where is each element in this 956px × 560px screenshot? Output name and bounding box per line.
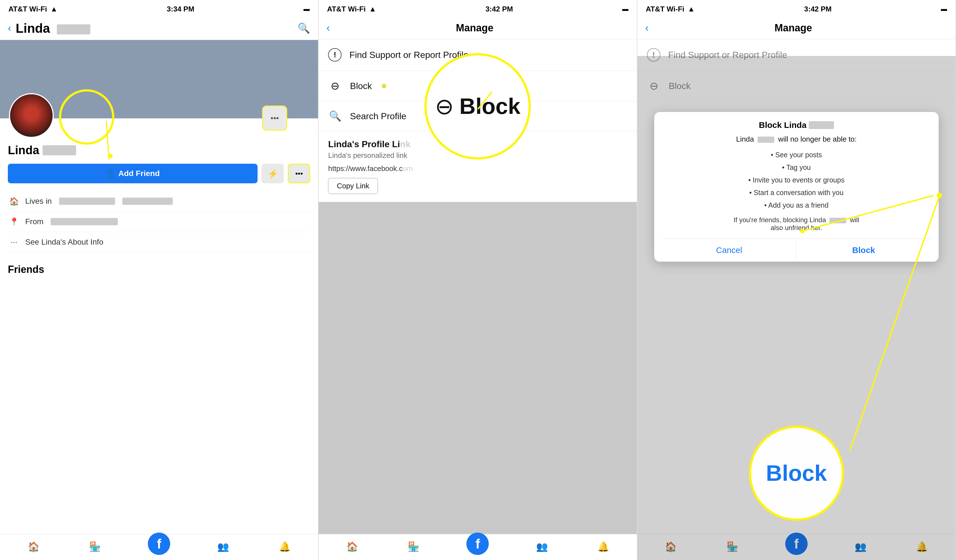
dialog-restrictions: • See your posts • Tag you • Invite you … (662, 149, 931, 212)
profile-picture (9, 93, 54, 138)
battery-2: ▬ (622, 5, 629, 13)
profile-name: Linda (8, 144, 310, 157)
hometown-blurred (51, 218, 118, 225)
time-3: 3:42 PM (804, 5, 832, 13)
city2-blurred (122, 198, 173, 205)
search-label-menu: Search Profile (350, 111, 406, 121)
back-button-2[interactable]: ‹ (326, 22, 330, 34)
battery-icon-1: ▬ (303, 5, 310, 13)
panel-profile: AT&T Wi-Fi ▲ 3:34 PM ▬ ‹ Linda 🔍 ••• (0, 0, 319, 560)
tab-notifications-2[interactable]: 🔔 (595, 540, 612, 554)
dialog-note: If you're friends, blocking Linda will a… (662, 216, 931, 232)
status-bar-3: AT&T Wi-Fi ▲ 3:42 PM ▬ (637, 0, 956, 17)
tab-bar-1: 🏠 🏪 f 👥 🔔 (0, 534, 318, 560)
friends-heading: Friends (0, 258, 318, 278)
manage-title-3: Manage (653, 22, 934, 34)
messenger-icon: ⚡ (267, 169, 278, 179)
zoom-block-icon: ⊖ (435, 94, 454, 119)
tab-home-2[interactable]: 🏠 (344, 540, 360, 554)
from-label: From (25, 217, 43, 226)
restriction-conversation: • Start a conversation with you (662, 187, 931, 199)
dialog-block-button[interactable]: Block (796, 239, 931, 262)
time-1: 3:34 PM (167, 5, 194, 13)
nav-bar-3: ‹ Manage (637, 17, 956, 39)
carrier-2: AT&T Wi-Fi (327, 5, 366, 13)
block-dialog: Block Linda Linda will no longer be able… (654, 112, 939, 262)
restriction-tag: • Tag you (662, 161, 931, 174)
lives-in-row: 🏠 Lives in (8, 191, 310, 212)
profile-name-blurred (42, 145, 76, 155)
panel1-content: ••• Linda 👤 Add Friend ⚡ ••• (0, 40, 318, 560)
panel3-content: ! Find Support or Report Profile ⊖ Block… (637, 39, 956, 560)
manage-title-2: Manage (334, 22, 615, 34)
block-label-menu: Block (350, 81, 372, 91)
zoom-block-blue-text: Block (766, 460, 827, 486)
tab-marketplace-2[interactable]: 🏪 (405, 540, 422, 554)
block-icon-menu: ⊖ (328, 80, 342, 92)
restriction-posts: • See your posts (662, 149, 931, 161)
wifi-icon-1: ▲ (50, 5, 58, 13)
report-label: Find Support or Report Profile (349, 50, 469, 60)
copy-link-button[interactable]: Copy Link (328, 178, 378, 194)
cancel-button[interactable]: Cancel (662, 239, 796, 262)
more-options-small-button[interactable]: ••• (288, 164, 310, 183)
panel-block-dialog: AT&T Wi-Fi ▲ 3:42 PM ▬ ‹ Manage ! Find S… (637, 0, 956, 560)
zoom-circle-block: ⊖ Block (425, 53, 531, 160)
report-icon: ! (328, 48, 341, 61)
yellow-dot-block (382, 84, 386, 88)
more-about-icon: ··· (8, 236, 20, 248)
status-bar-left-2: AT&T Wi-Fi ▲ (327, 5, 376, 13)
battery-3: ▬ (941, 5, 947, 13)
dialog-subtitle: Linda will no longer be able to: (662, 135, 931, 144)
tab-home[interactable]: 🏠 (25, 540, 42, 554)
nav-bar-1: ‹ Linda 🔍 (0, 17, 318, 40)
add-friend-button[interactable]: 👤 Add Friend (8, 164, 258, 183)
search-icon-nav-1[interactable]: 🔍 (297, 22, 310, 34)
tab-marketplace[interactable]: 🏪 (86, 540, 103, 554)
profile-info: Linda 👤 Add Friend ⚡ ••• 🏠 Lives in (0, 118, 318, 258)
battery-icon-2: ▬ (622, 5, 629, 13)
messenger-button[interactable]: ⚡ (261, 164, 284, 183)
status-bar-2: AT&T Wi-Fi ▲ 3:42 PM ▬ (319, 0, 637, 17)
tab-notifications[interactable]: 🔔 (276, 540, 293, 554)
zoom-block-text: Block (459, 94, 520, 119)
add-friend-label: Add Friend (118, 169, 160, 178)
panel2-gray-area (319, 202, 637, 534)
restriction-friend: • Add you as a friend (662, 199, 931, 212)
about-row[interactable]: ··· See Linda's About Info (8, 232, 310, 253)
lives-in-label: Lives in (25, 197, 52, 206)
tab-facebook-logo[interactable]: f (148, 533, 170, 555)
back-button-3[interactable]: ‹ (645, 22, 649, 34)
tab-bar-2: 🏠 🏪 f 👥 🔔 (319, 534, 637, 560)
time-2: 3:42 PM (486, 5, 513, 13)
dialog-actions: Cancel Block (662, 238, 931, 262)
see-about-label: See Linda's About Info (25, 238, 103, 246)
cover-photo: ••• (0, 40, 318, 118)
home-icon: 🏠 (8, 195, 20, 207)
from-row: 📍 From (8, 212, 310, 232)
profile-link-url: https://www.facebook.com (328, 164, 627, 173)
profile-name-text: Linda (8, 144, 39, 157)
wifi-icon-3: ▲ (688, 5, 695, 13)
nav-bar-2: ‹ Manage (319, 17, 637, 39)
wifi-icon-2: ▲ (369, 5, 376, 13)
carrier-3: AT&T Wi-Fi (646, 5, 684, 13)
status-bar-left: AT&T Wi-Fi ▲ (8, 5, 58, 13)
action-buttons: 👤 Add Friend ⚡ ••• (8, 164, 310, 183)
tab-groups-2[interactable]: 👥 (533, 540, 550, 554)
tab-groups[interactable]: 👥 (215, 540, 231, 554)
more-options-button[interactable]: ••• (262, 105, 287, 131)
dialog-title-blurred (809, 121, 834, 129)
more-small-icon: ••• (296, 169, 303, 178)
zoom-circle-block-blue: Block (749, 426, 844, 521)
battery-1: ▬ (303, 5, 310, 13)
search-icon-menu: 🔍 (328, 110, 342, 122)
carrier-1: AT&T Wi-Fi (8, 5, 47, 13)
profile-nav-title: Linda (16, 21, 297, 36)
tab-facebook-logo-2[interactable]: f (466, 533, 489, 555)
note-blurred (829, 218, 846, 223)
battery-icon-3: ▬ (941, 5, 947, 13)
add-friend-icon: 👤 (106, 169, 116, 178)
back-button-1[interactable]: ‹ (8, 22, 11, 34)
more-icon-dots: ••• (271, 114, 279, 122)
